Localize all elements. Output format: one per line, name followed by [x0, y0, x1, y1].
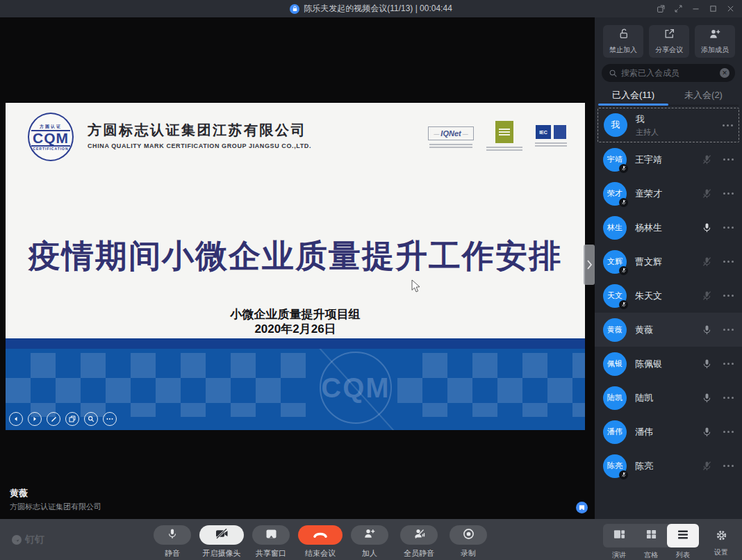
end-meeting-button[interactable]: 结束会议	[298, 525, 343, 559]
meeting-title: 陈乐夫发起的视频会议(11/13) | 00:04:44	[304, 3, 452, 15]
slideshow-controls	[9, 412, 117, 426]
list-view-label: 列表	[667, 550, 699, 560]
clear-search-icon[interactable]: ✕	[720, 68, 729, 78]
more-options-button[interactable]	[723, 158, 734, 160]
share-window-icon	[265, 529, 277, 542]
mic-icon[interactable]	[702, 154, 712, 165]
avatar-initials: 我	[604, 113, 627, 137]
participant-row[interactable]: 潘伟 潘伟	[595, 415, 742, 449]
person-add-icon	[709, 28, 721, 42]
mic-icon[interactable]	[702, 222, 712, 233]
maximize-icon[interactable]	[707, 3, 719, 15]
lock-icon	[290, 4, 299, 14]
search-input[interactable]	[621, 68, 716, 78]
mic-icon[interactable]	[702, 290, 712, 301]
pen-tool-button[interactable]	[47, 412, 60, 426]
person-add-action-button[interactable]: 添加成员	[695, 25, 735, 58]
participant-list: 我 我 主持人 宇靖 王宇靖	[595, 106, 742, 519]
tab-joined[interactable]: 已入会(11)	[598, 85, 668, 105]
presenter-view-label: 演讲	[603, 550, 635, 560]
more-options-button[interactable]	[723, 363, 734, 365]
participant-name: 陈亮	[635, 460, 653, 472]
cqm-logo: 方圆认证 CQM CERTIFICATION	[28, 113, 74, 161]
participant-row[interactable]: 黄薇 黄薇	[595, 313, 742, 347]
share-window-button[interactable]: 共享窗口	[249, 525, 293, 559]
search-box[interactable]: ✕	[602, 64, 735, 82]
share-meeting-icon	[663, 28, 675, 42]
avatar-initials: 陆凯	[603, 386, 627, 410]
close-icon[interactable]	[724, 3, 736, 15]
mic-icon[interactable]	[702, 324, 712, 335]
mute-all-button[interactable]: 全员静音	[397, 525, 441, 559]
iqnet-logo: IQNet	[428, 121, 474, 148]
settings-button[interactable]: 设置	[710, 524, 732, 557]
participants-sidebar: 禁止加入 分享会议 添加成员 ✕ 已入会(11) 未入会(2) 我 我 主持人	[595, 17, 742, 519]
participant-name: 潘伟	[635, 426, 653, 438]
tab-not-joined[interactable]: 未入会(2)	[668, 85, 739, 105]
fullscreen-icon[interactable]	[672, 3, 684, 15]
presenter-company: 方圆标志认证集团有限公司	[10, 502, 101, 512]
more-options-button[interactable]	[723, 192, 734, 195]
presenter-view-button[interactable]	[603, 524, 635, 547]
more-tools-button[interactable]	[103, 412, 117, 426]
add-person-button[interactable]: 加人	[347, 525, 392, 559]
collapse-sidebar-button[interactable]	[584, 245, 595, 285]
more-options-button[interactable]	[723, 329, 734, 331]
mic-icon[interactable]	[702, 461, 712, 471]
participant-row[interactable]: 林生 杨林生	[595, 211, 742, 245]
participant-row[interactable]: 文辉 曹文辉	[595, 245, 742, 279]
participant-row[interactable]: 荣才 童荣才	[595, 176, 742, 211]
camera-button[interactable]: 开启摄像头	[199, 525, 244, 559]
window-controls	[654, 0, 736, 17]
presenter-info: 黄薇 方圆标志认证集团有限公司	[10, 487, 101, 512]
slide-subtitle: 小微企业质量提升项目组 2020年2月26日	[6, 307, 585, 336]
mic-icon	[167, 528, 178, 542]
slide-overview-button[interactable]	[65, 412, 79, 426]
mute-button[interactable]: 静音	[150, 525, 195, 559]
mic-icon[interactable]	[702, 393, 712, 403]
more-options-button[interactable]	[723, 261, 734, 263]
avatar: 黄薇	[603, 318, 627, 342]
certification-logos: IQNet IEC	[428, 121, 567, 151]
participant-row[interactable]: 陈亮 陈亮	[595, 449, 742, 483]
more-options-button[interactable]	[723, 227, 734, 229]
layout-presenter-icon	[613, 529, 625, 542]
more-options-button[interactable]	[723, 465, 734, 467]
zoom-tool-button[interactable]	[84, 412, 98, 426]
participant-name: 黄薇	[635, 324, 653, 336]
dingtalk-brand-label: 钉钉	[25, 534, 44, 546]
more-options-button[interactable]	[723, 124, 733, 126]
list-view-button[interactable]	[667, 524, 699, 547]
mic-icon[interactable]	[702, 188, 712, 199]
mic-icon[interactable]	[702, 427, 712, 437]
participant-row[interactable]: 宇靖 王宇靖	[595, 142, 742, 176]
record-button[interactable]: 录制	[446, 525, 490, 559]
avatar-muted-badge-icon	[619, 266, 628, 275]
participant-row[interactable]: 我 我 主持人	[597, 108, 739, 142]
next-slide-button[interactable]	[28, 412, 42, 426]
participant-row[interactable]: 佩银 陈佩银	[595, 347, 742, 381]
avatar-initials: 黄薇	[603, 318, 627, 342]
share-meeting-action-button[interactable]: 分享会议	[649, 25, 689, 58]
hangup-icon	[313, 529, 328, 541]
sidebar-tabs: 已入会(11) 未入会(2)	[598, 85, 739, 106]
lock-open-action-button[interactable]: 禁止加入	[603, 25, 643, 58]
view-controls: 演讲宫格列表 设置	[603, 524, 732, 560]
more-options-button[interactable]	[723, 397, 734, 399]
more-options-button[interactable]	[723, 295, 734, 297]
previous-slide-button[interactable]	[9, 412, 23, 426]
view-mode-labels: 演讲宫格列表	[603, 550, 699, 560]
avatar: 天文	[603, 284, 627, 308]
gear-icon	[716, 529, 727, 541]
mic-icon[interactable]	[702, 359, 712, 369]
participant-row[interactable]: 天文 朱天文	[595, 279, 742, 313]
cqm-watermark: CQM	[320, 352, 392, 424]
avatar-muted-badge-icon	[619, 470, 628, 479]
minimize-icon[interactable]	[689, 3, 702, 15]
participant-row[interactable]: 陆凯 陆凯	[595, 381, 742, 415]
popout-icon[interactable]	[654, 3, 667, 15]
grid-view-button[interactable]	[635, 524, 667, 547]
more-options-button[interactable]	[723, 431, 734, 433]
mic-icon[interactable]	[702, 256, 712, 267]
title-bar: 陈乐夫发起的视频会议(11/13) | 00:04:44	[0, 0, 742, 17]
